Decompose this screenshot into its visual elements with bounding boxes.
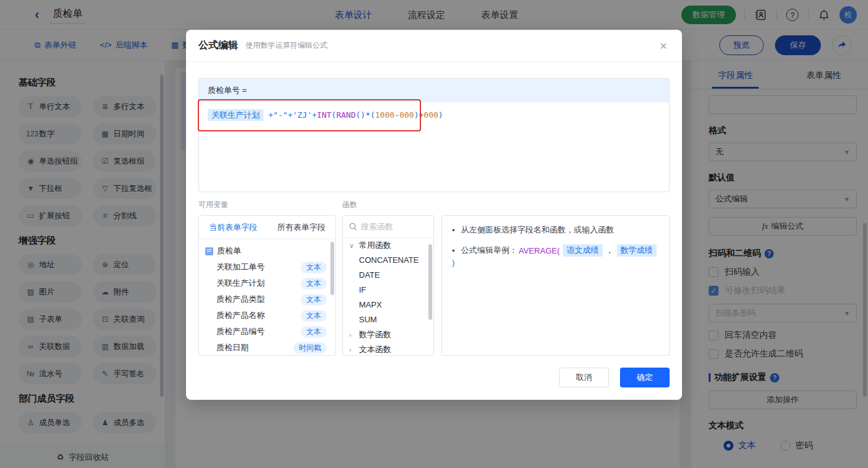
- expression-segment: +"-"+'ZJ'+: [268, 110, 317, 120]
- example-comma: ，: [606, 245, 614, 256]
- caret-right-icon: ›: [349, 331, 355, 338]
- example-field-chip: 数学成绩: [617, 244, 657, 257]
- field-type-badge: 文本: [301, 278, 327, 289]
- bullet-icon: •: [452, 226, 455, 235]
- function-item[interactable]: CONCATENATE: [343, 253, 433, 268]
- field-type-badge: 文本: [301, 262, 327, 273]
- formula-expression[interactable]: 关联生产计划 +"-"+'ZJ'+INT(RAND()*(1000-000)+0…: [199, 102, 669, 128]
- example-function: AVERAGE(: [519, 246, 560, 255]
- field-type-badge: 时间戳: [293, 342, 327, 354]
- variable-field-row[interactable]: 关联生产计划文本: [199, 275, 335, 291]
- variable-field-row[interactable]: 关联加工单号文本: [199, 259, 335, 275]
- field-type-badge: 文本: [301, 326, 327, 338]
- caret-right-icon: ›: [349, 346, 355, 353]
- expression-segment: INT: [317, 110, 331, 120]
- cancel-button[interactable]: 取消: [559, 368, 609, 387]
- hint-text: 公式编辑举例：: [461, 245, 518, 256]
- function-search[interactable]: [343, 216, 433, 238]
- expression-segment: ): [438, 110, 443, 120]
- variable-field-row[interactable]: 质检产品编号文本: [199, 324, 335, 340]
- function-item[interactable]: MAPX: [343, 298, 433, 312]
- variables-tab[interactable]: 所有表单字段: [267, 216, 335, 239]
- expression-segment: ()*(: [356, 110, 375, 120]
- hint-panel: • 从左侧面板选择字段名和函数，或输入函数 • 公式编辑举例：AVERAGE(语…: [441, 215, 670, 356]
- form-name: 质检单: [217, 245, 241, 257]
- function-group[interactable]: ›数学函数: [343, 327, 433, 342]
- variable-field-name: 质检产品编号: [216, 326, 265, 337]
- variables-panel: 当前表单字段所有表单字段 质检单 关联加工单号文本关联生产计划文本质检产品类型文…: [198, 215, 336, 356]
- formula-target: 质检单号 =: [199, 79, 669, 102]
- field-chip[interactable]: 关联生产计划: [208, 109, 264, 121]
- variable-field-name: 质检产品名称: [216, 310, 265, 321]
- form-node[interactable]: 质检单: [199, 243, 335, 259]
- formula-edit-modal: 公式编辑 使用数学运算符编辑公式 × 质检单号 = 关联生产计划 +"-"+'Z…: [186, 30, 682, 400]
- variable-field-name: 关联加工单号: [216, 262, 265, 273]
- variables-tab[interactable]: 当前表单字段: [199, 216, 267, 239]
- field-type-badge: 文本: [301, 310, 327, 322]
- form-icon: [205, 247, 213, 255]
- example-paren: ): [452, 258, 454, 267]
- expression-segment: )+: [414, 110, 424, 120]
- modal-title: 公式编辑: [198, 39, 238, 52]
- expression-segment: 000: [423, 110, 438, 120]
- function-group-name: 常用函数: [359, 240, 391, 251]
- close-icon[interactable]: ×: [660, 40, 667, 52]
- functions-label: 函数: [342, 200, 357, 210]
- function-group[interactable]: ∨常用函数: [343, 238, 433, 253]
- bullet-icon: •: [452, 246, 455, 255]
- function-item[interactable]: DATE: [343, 268, 433, 283]
- modal-subtitle: 使用数学运算符编辑公式: [246, 40, 327, 51]
- variable-field-name: 质检产品类型: [216, 294, 265, 305]
- functions-panel: ∨常用函数CONCATENATEDATEIFMAPXSUM›数学函数›文本函数: [342, 215, 434, 356]
- variables-scrollbar[interactable]: [330, 242, 334, 295]
- functions-scrollbar[interactable]: [428, 244, 432, 320]
- hint-example-line: • 公式编辑举例：AVERAGE(语文成绩，数学成绩): [452, 244, 659, 267]
- caret-down-icon: ∨: [349, 242, 355, 250]
- expression-segment: 1000: [375, 110, 394, 120]
- confirm-button[interactable]: 确定: [620, 368, 670, 387]
- expression-segment: RAND: [336, 110, 355, 120]
- expression-segment: 000: [399, 110, 414, 120]
- variable-field-name: 质检日期: [216, 342, 249, 353]
- function-item[interactable]: IF: [343, 283, 433, 298]
- expression-segment: -: [394, 110, 399, 120]
- formula-editor[interactable]: 质检单号 = 关联生产计划 +"-"+'ZJ'+INT(RAND()*(1000…: [198, 78, 670, 192]
- function-search-input[interactable]: [361, 222, 423, 231]
- function-group-name: 数学函数: [359, 329, 391, 340]
- hint-line: • 从左侧面板选择字段名和函数，或输入函数: [452, 224, 659, 236]
- variables-label: 可用变量: [198, 200, 342, 210]
- function-group[interactable]: ›文本函数: [343, 342, 433, 356]
- function-group-name: 文本函数: [359, 344, 391, 355]
- function-item[interactable]: SUM: [343, 312, 433, 327]
- hint-text: 从左侧面板选择字段名和函数，或输入函数: [461, 224, 614, 236]
- field-type-badge: 文本: [301, 294, 327, 306]
- variable-field-row[interactable]: 质检产品类型文本: [199, 291, 335, 307]
- example-field-chip: 语文成绩: [563, 244, 603, 257]
- variable-field-row[interactable]: 质检产品名称文本: [199, 307, 335, 324]
- variable-field-row[interactable]: 质检日期时间戳: [199, 340, 335, 356]
- search-icon: [349, 223, 357, 231]
- variable-field-name: 关联生产计划: [216, 278, 265, 289]
